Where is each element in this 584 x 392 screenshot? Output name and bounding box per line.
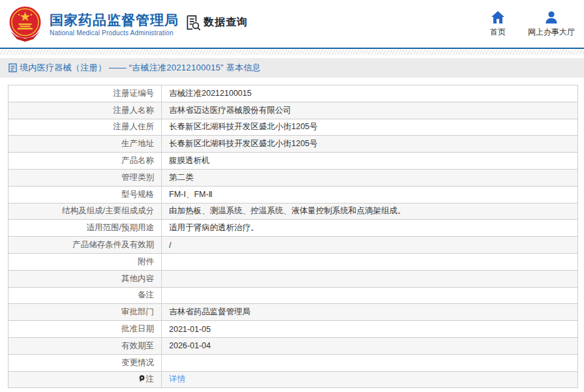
row-label: 变更情况 [121, 358, 154, 367]
row-label-cell: 变更情况 [8, 354, 162, 371]
row-value-cell [162, 270, 578, 287]
row-label: 其他内容 [121, 274, 154, 283]
row-value-cell: 吉林省药品监督管理局 [162, 304, 578, 321]
table-row: 批准日期2021-01-05 [8, 321, 578, 338]
row-value-cell: 由加热板、测温系统、控温系统、液体量控制系统和点滴架组成。 [162, 203, 578, 220]
table-row: 产品名称腹膜透析机 [8, 153, 578, 170]
table-row: 注册人名称吉林省迈达医疗器械股份有限公司 [8, 102, 578, 119]
row-label: 适用范围/预期用途 [87, 223, 154, 232]
row-value-cell [162, 287, 578, 304]
detail-link[interactable]: 详情 [169, 374, 185, 384]
row-value-cell: 第二类 [162, 169, 578, 186]
row-value: 第二类 [169, 173, 194, 182]
row-label: 产品储存条件及有效期 [72, 240, 154, 249]
table-row: 结构及组成/主要组成成分由加热板、测温系统、控温系统、液体量控制系统和点滴架组成… [8, 203, 578, 220]
row-value: 吉械注准20212100015 [169, 89, 251, 98]
row-label-cell: 注册人住所 [8, 119, 162, 136]
row-label: 产品名称 [121, 156, 154, 165]
registration-detail-section: 注册证编号吉械注准20212100015注册人名称吉林省迈达医疗器械股份有限公司… [8, 85, 578, 388]
hatch-divider [0, 50, 584, 55]
row-value-cell: 腹膜透析机 [162, 153, 578, 170]
row-value-cell: 详情 [162, 371, 578, 388]
row-label: 管理类别 [121, 173, 154, 182]
table-row: 管理类别第二类 [8, 169, 578, 186]
row-label-cell: 结构及组成/主要组成成分 [8, 203, 162, 220]
row-value: 吉林省药品监督管理局 [169, 307, 251, 316]
row-label-cell: 其他内容 [8, 270, 162, 287]
row-label: 注册人名称 [114, 106, 155, 115]
data-query-tab[interactable]: 数据查询 [185, 14, 248, 31]
row-label: 备注 [138, 290, 154, 299]
breadcrumb: 境内医疗器械（注册） —— “吉械注准20212100015” 基本信息 [20, 62, 261, 74]
site-header: 国家药品监督管理局 National Medical Products Admi… [0, 0, 584, 49]
agency-subtitle: National Medical Products Administration [50, 29, 179, 37]
row-value-cell: / [162, 237, 578, 254]
row-value-cell: 吉林省迈达医疗器械股份有限公司 [162, 102, 578, 119]
table-row: 其他内容 [8, 270, 578, 287]
row-value: 腹膜透析机 [169, 156, 210, 165]
row-label: 注 [146, 374, 155, 384]
row-label-cell: 型号规格 [8, 186, 162, 203]
registration-table-body: 注册证编号吉械注准20212100015注册人名称吉林省迈达医疗器械股份有限公司… [8, 85, 578, 388]
table-row: 生产地址长春新区北湖科技开发区盛北小街1205号 [8, 136, 578, 153]
row-value-cell: 2021-01-05 [162, 321, 578, 338]
row-label-cell: 管理类别 [8, 169, 162, 186]
row-label-cell: 适用范围/预期用途 [8, 220, 162, 237]
row-value: 适用于肾病的透析治疗。 [169, 223, 259, 232]
row-label-cell: 注册人名称 [8, 102, 162, 119]
row-label-cell: 产品储存条件及有效期 [8, 237, 162, 254]
table-row: 产品储存条件及有效期/ [8, 237, 578, 254]
document-icon [8, 63, 17, 72]
row-label: 生产地址 [121, 139, 154, 148]
table-row: 变更情况 [8, 354, 578, 371]
row-label-cell: 生产地址 [8, 136, 162, 153]
row-value: 吉林省迈达医疗器械股份有限公司 [169, 106, 292, 115]
row-value-cell: FM-Ⅰ、FM-Ⅱ [162, 186, 578, 203]
row-label: 批准日期 [121, 324, 154, 333]
breadcrumb-bar: 境内医疗器械（注册） —— “吉械注准20212100015” 基本信息 [0, 58, 584, 78]
agency-title: 国家药品监督管理局 [50, 12, 179, 28]
national-emblem-logo [7, 5, 44, 43]
row-value-cell [162, 253, 578, 270]
row-label: 型号规格 [121, 190, 154, 199]
nav-home[interactable]: 首页 [490, 11, 506, 38]
row-label: 附件 [138, 257, 154, 266]
row-value-cell: 长春新区北湖科技开发区盛北小街1205号 [162, 119, 578, 136]
row-label-cell: 审批部门 [8, 304, 162, 321]
row-label: 注册证编号 [114, 89, 155, 98]
row-label-cell: 注 [8, 371, 162, 388]
nav-service-hall-label: 网上办事大厅 [528, 27, 575, 38]
row-value: 2026-01-04 [169, 341, 211, 350]
row-value-cell: 适用于肾病的透析治疗。 [162, 220, 578, 237]
table-row: 注册证编号吉械注准20212100015 [8, 85, 578, 102]
nav-service-hall[interactable]: 网上办事大厅 [528, 11, 575, 38]
row-label-cell: 注册证编号 [8, 85, 162, 102]
table-row: 注册人住所长春新区北湖科技开发区盛北小街1205号 [8, 119, 578, 136]
top-nav: 首页 网上办事大厅 [490, 11, 575, 38]
home-icon [491, 11, 504, 23]
row-value-cell [162, 354, 578, 371]
row-label-cell: 备注 [8, 287, 162, 304]
row-value: 长春新区北湖科技开发区盛北小街1205号 [169, 139, 318, 148]
agency-name-block: 国家药品监督管理局 National Medical Products Admi… [50, 12, 179, 37]
row-value-cell: 吉械注准20212100015 [162, 85, 578, 102]
data-query-label: 数据查询 [204, 16, 248, 29]
registration-table: 注册证编号吉械注准20212100015注册人名称吉林省迈达医疗器械股份有限公司… [8, 85, 578, 388]
row-label: 审批部门 [121, 307, 154, 316]
table-row: 型号规格FM-Ⅰ、FM-Ⅱ [8, 186, 578, 203]
row-value-cell: 长春新区北湖科技开发区盛北小街1205号 [162, 136, 578, 153]
row-label: 注册人住所 [114, 122, 155, 131]
agency-brand: 国家药品监督管理局 National Medical Products Admi… [7, 5, 179, 43]
data-query-icon [185, 14, 201, 31]
row-value: / [169, 241, 171, 250]
table-row: 适用范围/预期用途适用于肾病的透析治疗。 [8, 220, 578, 237]
user-icon [545, 11, 558, 23]
row-value: 由加热板、测温系统、控温系统、液体量控制系统和点滴架组成。 [169, 206, 406, 215]
row-value: FM-Ⅰ、FM-Ⅱ [169, 190, 213, 199]
row-value: 2021-01-05 [169, 325, 211, 334]
table-row: 备注 [8, 287, 578, 304]
row-label-cell: 有效期至 [8, 337, 162, 354]
row-value: 长春新区北湖科技开发区盛北小街1205号 [169, 122, 318, 131]
row-label: 结构及组成/主要组成成分 [62, 206, 154, 215]
table-row: 有效期至2026-01-04 [8, 337, 578, 354]
